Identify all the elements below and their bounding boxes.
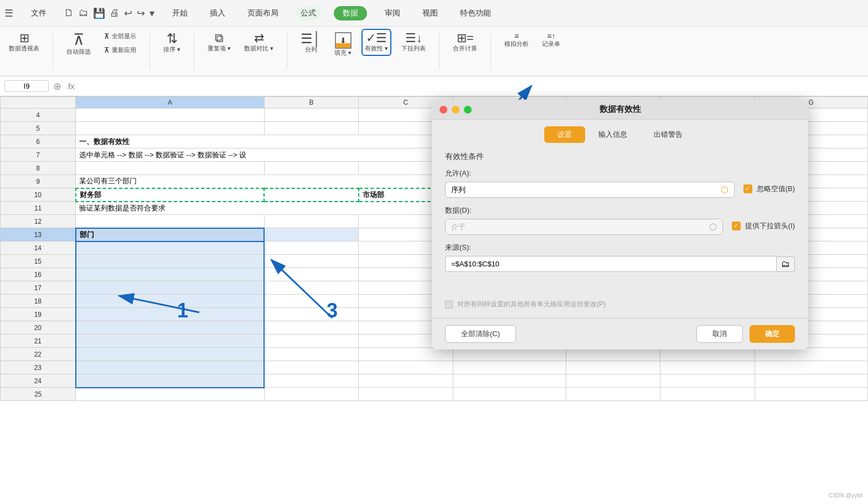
cell-G25[interactable] [755,388,867,401]
menu-item-data[interactable]: 数据 [334,6,367,20]
row-header-7[interactable]: 7 [1,148,76,162]
clear-all-button[interactable]: 全部清除(C) [445,325,516,343]
cell-A16[interactable] [76,268,265,281]
row-header-10[interactable]: 10 [1,188,76,202]
cell-B8[interactable] [264,162,358,175]
formula-input[interactable] [81,81,864,91]
cell-E23[interactable] [566,361,660,374]
allow-select[interactable]: 序列 ⬡ [445,182,735,198]
source-range-picker[interactable]: 🗂 [777,256,795,272]
col-header-B[interactable]: B [264,97,358,109]
cell-A21[interactable] [76,335,265,348]
close-button[interactable] [440,106,447,114]
cell-A25[interactable] [76,388,265,401]
cell-C22[interactable] [359,348,453,361]
cell-A18[interactable] [76,295,265,308]
cell-D24[interactable] [453,374,566,388]
new-icon[interactable]: 🗋 [64,7,74,19]
cell-A24[interactable] [76,374,265,388]
ribbon-duplicates[interactable]: ⧉ 重复项 ▾ [205,30,233,55]
menu-item-insert[interactable]: 插入 [205,6,230,20]
cell-A22[interactable] [76,348,265,361]
minimize-button[interactable] [452,106,459,114]
cell-B25[interactable] [264,388,358,401]
row-header-18[interactable]: 18 [1,295,76,308]
cell-C25[interactable] [359,388,453,401]
cell-B4[interactable] [264,109,358,122]
cell-A5[interactable] [76,122,265,135]
cell-D23[interactable] [453,361,566,374]
cell-B15[interactable] [264,255,358,268]
cell-B16[interactable] [264,268,358,281]
menu-item-features[interactable]: 特色功能 [456,6,495,20]
ribbon-show-all[interactable]: ⊼ 全部显示 [102,30,138,43]
cell-D25[interactable] [453,388,566,401]
cell-G24[interactable] [755,374,867,388]
menu-item-file[interactable]: 文件 [27,6,51,20]
ribbon-dropdown-list[interactable]: ☰↓ 下拉列表 [399,30,428,55]
cell-A13[interactable]: 部门 [76,228,265,241]
cell-C24[interactable] [359,374,453,388]
row-header-14[interactable]: 14 [1,241,76,255]
maximize-button[interactable] [464,106,472,114]
cell-B24[interactable] [264,374,358,388]
ribbon-scenario[interactable]: ≡ 模拟分析 [502,30,531,50]
cell-A23[interactable] [76,361,265,374]
cell-B21[interactable] [264,335,358,348]
cell-B23[interactable] [264,361,358,374]
col-header-A[interactable]: A [76,97,265,109]
cell-A4[interactable] [76,109,265,122]
cell-F22[interactable] [660,348,755,361]
ribbon-split-col[interactable]: ☰│ 分列 [298,30,323,56]
row-header-19[interactable]: 19 [1,308,76,321]
ribbon-record[interactable]: ≡↑ 记录单 [540,30,562,50]
cell-A15[interactable] [76,255,265,268]
ribbon-reapply[interactable]: ⊼ 重新应用 [102,44,138,56]
tab-input-info[interactable]: 输入信息 [585,126,640,143]
cell-A10[interactable]: 财务部 [76,188,265,202]
cell-B18[interactable] [264,295,358,308]
cell-E22[interactable] [566,348,660,361]
cell-E24[interactable] [566,374,660,388]
row-header-13[interactable]: 13 [1,228,76,241]
ribbon-compare[interactable]: ⇄ 数据对比 ▾ [242,30,276,55]
row-header-20[interactable]: 20 [1,321,76,335]
row-header-15[interactable]: 15 [1,255,76,268]
row-header-6[interactable]: 6 [1,135,76,148]
cancel-button[interactable]: 取消 [696,325,743,343]
menu-item-formula[interactable]: 公式 [296,6,321,20]
apply-checkbox[interactable] [445,301,453,308]
ribbon-pivot-table[interactable]: ⊞ 数据透视表 [7,30,42,55]
cell-B12[interactable] [264,215,358,228]
menu-item-home[interactable]: 开始 [168,6,192,20]
menu-item-pagelayout[interactable]: 页面布局 [243,6,283,20]
hamburger-icon[interactable]: ☰ [4,7,13,19]
row-header-17[interactable]: 17 [1,281,76,295]
data-select[interactable]: 介于 ⬡ [445,219,723,235]
cell-A8[interactable] [76,162,265,175]
open-icon[interactable]: 🗂 [79,7,89,19]
row-header-5[interactable]: 5 [1,122,76,135]
row-header-16[interactable]: 16 [1,268,76,281]
ribbon-consolidate[interactable]: ⊞= 合并计算 [451,30,479,55]
ribbon-sort[interactable]: ⇅ 排序 ▾ [161,30,183,56]
ribbon-fill[interactable]: ⬇ 填充 ▾ [332,30,354,59]
cell-F25[interactable] [660,388,755,401]
ok-button[interactable]: 确定 [750,325,795,343]
cell-D22[interactable] [453,348,566,361]
row-header-25[interactable]: 25 [1,388,76,401]
cell-G23[interactable] [755,361,867,374]
row-header-9[interactable]: 9 [1,175,76,188]
cell-B19[interactable] [264,308,358,321]
tab-error-alert[interactable]: 出错警告 [640,126,696,143]
cell-reference-box[interactable]: I9 [4,80,49,92]
cell-B20[interactable] [264,321,358,335]
cell-B14[interactable] [264,241,358,255]
cell-A12[interactable] [76,215,265,228]
cell-A14[interactable] [76,241,265,255]
cell-F23[interactable] [660,361,755,374]
row-header-21[interactable]: 21 [1,335,76,348]
menu-item-view[interactable]: 视图 [418,6,442,20]
tab-settings[interactable]: 设置 [544,126,585,143]
cell-E25[interactable] [566,388,660,401]
